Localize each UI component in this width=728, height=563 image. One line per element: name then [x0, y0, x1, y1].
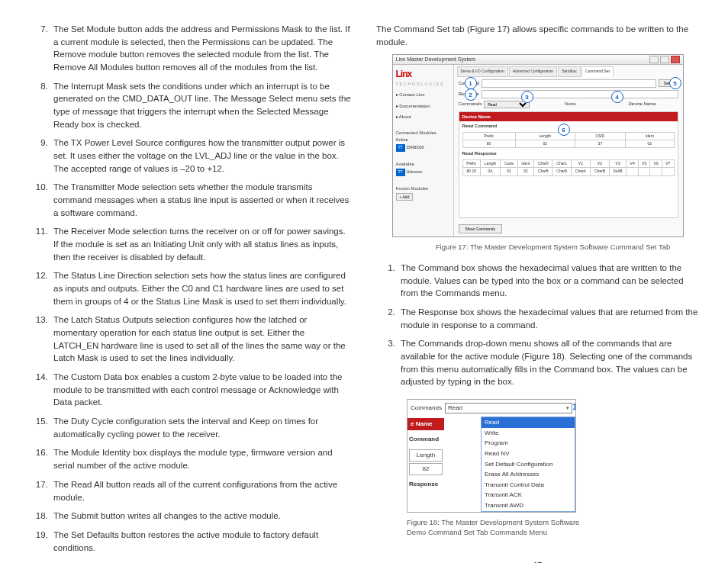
fig18-command-label: Command	[407, 430, 444, 449]
tab-demo[interactable]: Demo & I/O Configuration	[457, 66, 508, 76]
strip-name: e Name	[407, 418, 444, 430]
main-panel: Demo & I/O Configuration Advanced Config…	[454, 65, 683, 236]
left-column: The Set Module button adds the address a…	[29, 23, 352, 563]
figure-17: 1 2 3 4 5 6 Linx Master Development Syst…	[376, 54, 699, 253]
fig18-response-label: Response	[407, 475, 444, 491]
left-item: The Receiver Mode selection turns the re…	[50, 225, 352, 263]
dd-option[interactable]: Transmit Control Data	[482, 480, 575, 491]
right-item: The Response box shows the hexadecimal v…	[398, 306, 699, 331]
read-command-table: PrefixLengthCSIDIdent 80023702	[462, 132, 675, 149]
callout-1-icon: 1	[465, 77, 477, 89]
active-val: 3548D000	[407, 145, 424, 150]
callout-6-icon: 6	[558, 124, 570, 136]
read-response-label: Read Response	[459, 149, 678, 159]
window-buttons[interactable]	[649, 56, 680, 63]
right-list: The Command box shows the hexadecimal va…	[376, 262, 699, 388]
sidebar-about[interactable]: About	[396, 114, 450, 121]
left-item: The Module Identity box displays the mod…	[50, 446, 352, 471]
dd-option[interactable]: Read	[482, 417, 575, 428]
right-item: The Command box shows the hexadecimal va…	[398, 262, 699, 300]
linx-logo: LinxTECHNOLOGIES	[396, 68, 450, 87]
callout-2-icon: 2	[465, 88, 477, 101]
figure-18: 1 Commands Read e Name Command Length 82	[376, 399, 699, 538]
avail-val: Unknown	[407, 169, 423, 174]
dd-option[interactable]: Read NV	[482, 449, 575, 459]
right-item: The Commands drop-down menu shows all of…	[398, 337, 699, 388]
window-titlebar: Linx Master Development System	[393, 55, 683, 65]
right-intro: The Command Set tab (Figure 17) allows s…	[376, 23, 699, 48]
show-commands-button[interactable]: Show Commands	[459, 224, 502, 233]
read-response-table: PrefixLengthCodeIdentChar0Char1V1V2V3V4V…	[462, 159, 675, 176]
dd-option[interactable]: Set Default Configuration	[482, 459, 575, 470]
callout-4-icon: 4	[611, 91, 623, 103]
response-input[interactable]	[482, 90, 678, 98]
left-item: The Duty Cycle configuration sets the in…	[50, 415, 352, 440]
tab-advanced[interactable]: Advanced Configuration	[509, 66, 557, 76]
right-column: The Command Set tab (Figure 17) allows s…	[376, 23, 699, 563]
fig18-callout-1: 1	[572, 402, 576, 413]
commands-select[interactable]: Read	[445, 403, 572, 413]
fig18-caption: Figure 18: The Master Development System…	[376, 517, 699, 539]
add-module-button[interactable]: + Add	[396, 193, 414, 201]
length-label: Length	[409, 449, 443, 462]
sidebar: LinxTECHNOLOGIES Contact Linx Documentat…	[393, 65, 454, 236]
callout-5-icon: 5	[669, 77, 681, 89]
left-item: The TX Power Level Source configures how…	[50, 137, 352, 175]
active-tag[interactable]: TT	[396, 144, 405, 151]
avail-tag[interactable]: TT	[396, 169, 405, 175]
length-value: 82	[409, 463, 443, 475]
sidebar-active-label: Active	[396, 137, 450, 143]
commands-label: Commands	[459, 101, 482, 108]
tab-sandbox[interactable]: Sandbox	[558, 66, 581, 76]
window-title: Linx Master Development System	[396, 56, 476, 63]
left-item: The Custom Data box enables a custom 2-b…	[50, 371, 352, 409]
left-item: The Set Module button adds the address a…	[50, 23, 352, 74]
fig17-caption: Figure 17: The Master Development System…	[376, 242, 699, 253]
dd-option[interactable]: Write	[482, 428, 575, 439]
fig17-window: 1 2 3 4 5 6 Linx Master Development Syst…	[392, 54, 684, 237]
dd-option[interactable]: Transmit AWD	[482, 500, 575, 511]
left-item: The Transmitter Mode selection sets whet…	[50, 181, 352, 219]
left-item: The Set Defaults button restores the act…	[50, 529, 352, 554]
dd-option[interactable]: Erase All Addresses	[482, 469, 575, 480]
panel-header: Device Name	[459, 112, 678, 122]
none-label: None	[565, 101, 575, 108]
commands-dropdown-list[interactable]: Read Write Program Read NV Set Default C…	[481, 417, 575, 511]
dd-option[interactable]: Program	[482, 438, 575, 449]
callout-3-icon: 3	[521, 91, 533, 103]
fig18-commands-label: Commands	[411, 404, 442, 413]
left-item: The Submit button writes all changes to …	[50, 510, 352, 523]
left-item: The Status Line Direction selection sets…	[50, 269, 352, 307]
sidebar-available-label: Available	[396, 161, 450, 168]
dd-option[interactable]: Transmit ACK	[482, 490, 575, 500]
tab-commandset[interactable]: Command Set	[581, 66, 614, 76]
tabs: Demo & I/O Configuration Advanced Config…	[454, 65, 683, 76]
sidebar-docs[interactable]: Documentation	[396, 103, 450, 110]
sidebar-known-label: Known Modules	[396, 185, 450, 192]
left-item: The Interrupt Mask sets the conditions u…	[50, 80, 352, 131]
sidebar-connected-label: Connected Modules	[396, 130, 450, 137]
command-input[interactable]	[482, 79, 656, 88]
left-item: The Latch Status Outputs selection confi…	[50, 314, 352, 365]
device-name-label: Device Name	[628, 101, 656, 108]
fig18-window: 1 Commands Read e Name Command Length 82	[407, 399, 576, 512]
left-list: The Set Module button adds the address a…	[29, 23, 352, 554]
sidebar-contact[interactable]: Contact Linx	[396, 92, 450, 98]
left-item: The Read All button reads all of the cur…	[50, 478, 352, 503]
